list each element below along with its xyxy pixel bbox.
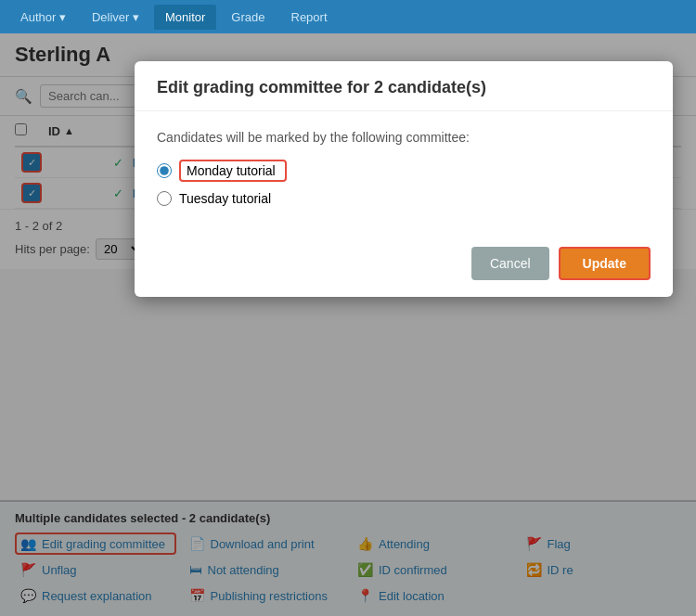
modal-subtitle: Candidates will be marked by the followi… <box>157 130 651 145</box>
nav-monitor[interactable]: Monitor <box>154 5 216 30</box>
nav-report[interactable]: Report <box>280 5 339 30</box>
radio-tuesday-label: Tuesday tutorial <box>179 191 271 206</box>
nav-grade[interactable]: Grade <box>220 5 276 30</box>
modal-edit-grading-committee: Edit grading committee for 2 candidate(s… <box>135 61 673 297</box>
nav-deliver[interactable]: Deliver ▾ <box>81 5 150 30</box>
modal-body: Candidates will be marked by the followi… <box>135 111 673 234</box>
nav-author[interactable]: Author ▾ <box>9 5 77 30</box>
radio-option-monday: Monday tutorial <box>157 160 651 182</box>
main-content: Sterling A 🔍 ID ▲ ✓ ✓ Morty <box>0 33 696 616</box>
radio-option-tuesday: Tuesday tutorial <box>157 191 651 206</box>
radio-monday[interactable] <box>157 163 172 178</box>
modal-title: Edit grading committee for 2 candidate(s… <box>157 78 651 97</box>
modal-footer: Cancel Update <box>135 234 673 297</box>
radio-monday-box: Monday tutorial <box>179 160 287 182</box>
cancel-button[interactable]: Cancel <box>471 247 549 280</box>
modal-header: Edit grading committee for 2 candidate(s… <box>135 61 673 111</box>
update-button[interactable]: Update <box>559 247 651 280</box>
radio-tuesday[interactable] <box>157 191 172 206</box>
top-nav: Author ▾ Deliver ▾ Monitor Grade Report <box>0 0 696 33</box>
radio-monday-label: Monday tutorial <box>187 163 276 178</box>
